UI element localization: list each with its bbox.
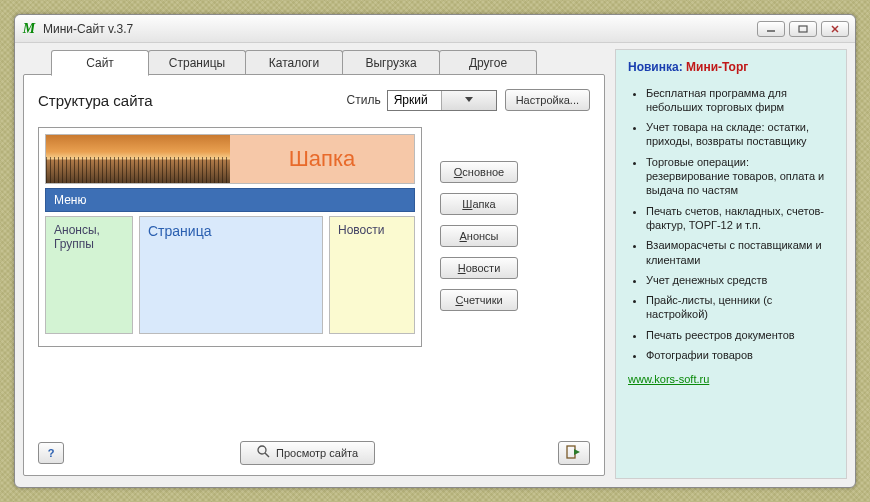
settings-button[interactable]: Настройка... <box>505 89 590 111</box>
magnifier-icon <box>257 445 271 461</box>
page-heading: Структура сайта <box>38 92 153 109</box>
titlebar[interactable]: M Мини-Сайт v.3.7 <box>15 15 855 43</box>
tab-site[interactable]: Сайт <box>51 50 149 76</box>
promo-product: Мини-Торг <box>686 60 748 74</box>
promo-feature: Фотографии товаров <box>646 348 834 362</box>
tab-catalogs[interactable]: Каталоги <box>245 50 343 75</box>
counters-button[interactable]: Счетчики <box>440 289 518 311</box>
svg-point-5 <box>258 446 266 454</box>
announces-block: Анонсы, Группы <box>45 216 133 334</box>
promo-panel: Новинка: Мини-Торг Бесплатная программа … <box>615 49 847 479</box>
promo-feature: Учет товара на складе: остатки, приходы,… <box>646 120 834 149</box>
chevron-down-icon <box>441 91 496 110</box>
news-block: Новости <box>329 216 415 334</box>
menu-block: Меню <box>45 188 415 212</box>
page-block: Страница <box>139 216 323 334</box>
style-value: Яркий <box>388 93 442 107</box>
promo-feature: Торговые операции: резервирование товаро… <box>646 155 834 198</box>
promo-label: Новинка: <box>628 60 686 74</box>
minimize-button[interactable] <box>757 21 785 37</box>
promo-feature: Бесплатная программа для небольших торго… <box>646 86 834 115</box>
svg-line-6 <box>265 453 269 457</box>
promo-feature: Учет денежных средств <box>646 273 834 287</box>
news-button[interactable]: Новости <box>440 257 518 279</box>
exit-button[interactable] <box>558 441 590 465</box>
window-title: Мини-Сайт v.3.7 <box>43 22 133 36</box>
help-button[interactable]: ? <box>38 442 64 464</box>
style-combobox[interactable]: Яркий <box>387 90 497 111</box>
promo-feature-list: Бесплатная программа для небольших торго… <box>628 86 834 363</box>
tab-pages[interactable]: Страницы <box>148 50 246 75</box>
header-image-preview <box>46 135 230 183</box>
tab-export[interactable]: Выгрузка <box>342 50 440 75</box>
app-icon: M <box>21 21 37 37</box>
tab-panel-site: Структура сайта Стиль Яркий Настройка... <box>23 74 605 476</box>
tab-other[interactable]: Другое <box>439 50 537 75</box>
promo-feature: Взаиморасчеты с поставщиками и клиентами <box>646 238 834 267</box>
tabstrip: Сайт Страницы Каталоги Выгрузка Другое <box>51 50 605 75</box>
svg-rect-1 <box>799 26 807 32</box>
maximize-button[interactable] <box>789 21 817 37</box>
app-window: M Мини-Сайт v.3.7 Сайт Страницы Каталоги… <box>14 14 856 488</box>
announces-button[interactable]: Анонсы <box>440 225 518 247</box>
exit-icon <box>566 445 582 461</box>
svg-marker-8 <box>574 449 580 455</box>
site-structure-preview: Шапка Меню Анонсы, Группы Страница Новос… <box>38 127 422 347</box>
promo-feature: Прайс-листы, ценники (с настройкой) <box>646 293 834 322</box>
promo-feature: Печать счетов, накладных, счетов-фактур,… <box>646 204 834 233</box>
preview-site-label: Просмотр сайта <box>276 447 358 459</box>
header-block: Шапка <box>230 135 414 183</box>
main-button[interactable]: Основное <box>440 161 518 183</box>
svg-marker-4 <box>465 97 473 102</box>
style-label: Стиль <box>347 93 381 107</box>
preview-site-button[interactable]: Просмотр сайта <box>240 441 375 465</box>
promo-feature: Печать реестров документов <box>646 328 834 342</box>
close-button[interactable] <box>821 21 849 37</box>
promo-link[interactable]: www.kors-soft.ru <box>628 373 709 385</box>
header-button[interactable]: Шапка <box>440 193 518 215</box>
svg-rect-7 <box>567 446 575 458</box>
